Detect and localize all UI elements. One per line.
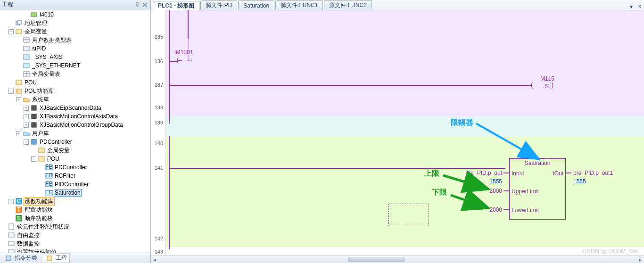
svg-text:C: C <box>17 198 21 205</box>
footer-tab-project[interactable]: 工程 <box>43 253 70 263</box>
expander-icon[interactable]: + <box>24 106 29 111</box>
scroll-left-icon[interactable]: ◂ <box>151 256 158 263</box>
svg-rect-18 <box>16 89 18 93</box>
tree-item[interactable]: FBPDController <box>1 163 150 172</box>
sysvar-icon <box>23 53 30 61</box>
tree-item[interactable]: T配置功能块 <box>1 205 150 214</box>
svg-text:S: S <box>17 215 21 222</box>
expander-icon[interactable]: − <box>8 89 14 94</box>
tab-saturation[interactable]: Saturation <box>238 0 274 10</box>
watermark: CSDN @RXXW_Dor <box>582 248 638 255</box>
tabs-menu-icon[interactable]: ▾ <box>627 3 636 10</box>
s-badge-icon: S <box>15 214 23 222</box>
expander-icon[interactable]: − <box>24 140 29 145</box>
struct-icon <box>23 45 30 52</box>
expander-icon[interactable]: + <box>24 114 29 119</box>
pou-icon <box>38 155 45 163</box>
tree-item[interactable]: 全局变量表 <box>1 70 150 78</box>
tree-item[interactable]: 软元件注释/使用状况 <box>1 222 150 231</box>
tree-item[interactable]: −全局变量 <box>1 27 150 36</box>
globals-icon <box>38 147 45 154</box>
tree-item[interactable]: +C函数功能库 <box>1 197 150 205</box>
monitor-icon <box>8 231 15 239</box>
block-icon <box>30 121 38 129</box>
close-icon[interactable] <box>141 1 149 8</box>
svg-rect-24 <box>39 156 44 161</box>
expander-icon[interactable]: − <box>8 29 14 34</box>
svg-rect-16 <box>16 80 22 85</box>
svg-rect-11 <box>24 55 29 59</box>
tree-item[interactable]: FBPIDController <box>1 180 150 189</box>
tab-func1[interactable]: 源文件:FUNC1 <box>275 0 323 10</box>
svg-line-45 <box>476 123 537 158</box>
project-icon <box>46 255 53 262</box>
tab-ladder[interactable]: PLC1 - 梯形图 <box>153 1 199 10</box>
list-icon <box>5 255 12 262</box>
svg-rect-23 <box>39 148 44 153</box>
tree-item[interactable]: S顺序功能块 <box>1 214 150 222</box>
svg-rect-8 <box>24 38 29 42</box>
svg-rect-21 <box>32 123 36 127</box>
tree-item[interactable]: +XJBasicEipScannerData <box>1 104 150 112</box>
folder-icon <box>23 130 30 137</box>
svg-text:FC: FC <box>45 190 53 196</box>
tree-item[interactable]: 全局变量 <box>1 146 150 155</box>
svg-line-47 <box>451 195 487 207</box>
tree-item[interactable]: 设置软元件初值 <box>1 248 150 253</box>
expander-icon[interactable]: + <box>24 123 29 128</box>
tree-item[interactable]: 地址管理 <box>1 19 150 27</box>
footer-tab-cmd[interactable]: 指令分类 <box>2 253 40 263</box>
scroll-right-icon[interactable]: ▸ <box>636 256 644 263</box>
tree-item[interactable]: I4010 <box>1 10 150 19</box>
pin-icon[interactable] <box>133 1 141 8</box>
tree-item-saturation[interactable]: FCSaturation <box>1 189 150 197</box>
svg-text:T: T <box>17 206 21 213</box>
block-icon <box>30 113 38 120</box>
scroll-thumb[interactable] <box>348 257 405 262</box>
tree-item[interactable]: FBRCFilter <box>1 172 150 180</box>
tree-item[interactable]: 用户数据类型表 <box>1 36 150 44</box>
svg-rect-6 <box>18 20 22 24</box>
svg-text:FB: FB <box>45 173 52 179</box>
init-icon <box>8 248 15 253</box>
tree-item[interactable]: _SYS_AXIS <box>1 53 150 61</box>
svg-text:FB: FB <box>45 164 52 170</box>
doc-icon <box>8 223 15 230</box>
tab-func2[interactable]: 源文件:FUNC2 <box>324 0 372 10</box>
tree-item[interactable]: POU <box>1 78 150 87</box>
lib-icon <box>15 87 23 95</box>
tree-item[interactable]: −用户库 <box>1 129 150 138</box>
svg-rect-22 <box>32 140 36 144</box>
tree-item[interactable]: −POU功能库 <box>1 87 150 95</box>
t-badge-icon: T <box>15 206 23 214</box>
tree-item[interactable]: 自由监控 <box>1 231 150 239</box>
svg-rect-41 <box>8 241 14 246</box>
pou-icon <box>15 79 23 86</box>
expander-icon[interactable]: − <box>31 156 36 162</box>
addr-icon <box>15 19 23 27</box>
hscrollbar[interactable]: ◂ ▸ <box>151 255 644 263</box>
tree-item[interactable]: +XJBasicMotionControlGroupData <box>1 121 150 129</box>
expander-icon[interactable]: − <box>16 131 21 136</box>
annotation-arrows <box>151 10 641 255</box>
svg-rect-4 <box>31 13 37 16</box>
tree-item[interactable]: −系统库 <box>1 95 150 104</box>
monitor-icon <box>8 240 15 247</box>
ladder-canvas[interactable]: 135 136 137 138 139 140 141 142 143 ⊢ ⊣ … <box>151 10 644 263</box>
block-icon <box>30 138 38 146</box>
expander-icon[interactable]: + <box>8 199 14 204</box>
svg-rect-19 <box>32 106 36 110</box>
tree-item[interactable]: +XJBasicMotionControlAxisData <box>1 112 150 121</box>
svg-rect-44 <box>47 256 52 261</box>
tab-pd[interactable]: 源文件:PD <box>200 0 237 10</box>
tabs-close-icon[interactable]: × <box>636 3 644 10</box>
tree-item[interactable]: _SYS_ETHERNET <box>1 61 150 70</box>
tree-item[interactable]: −PDController <box>1 138 150 146</box>
tree-item[interactable]: stPID <box>1 44 150 53</box>
project-tree[interactable]: I4010 地址管理 −全局变量 用户数据类型表 stPID _SYS_AXIS… <box>0 9 150 253</box>
tree-item[interactable]: −POU <box>1 155 150 163</box>
tree-item[interactable]: 数据监控 <box>1 239 150 248</box>
expander-icon[interactable]: − <box>16 97 21 102</box>
svg-rect-10 <box>24 46 29 51</box>
svg-rect-12 <box>24 63 29 68</box>
